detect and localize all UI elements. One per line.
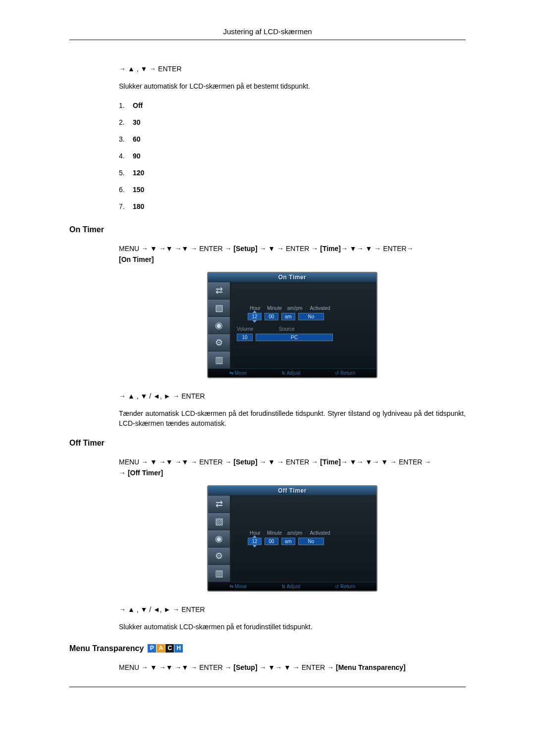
footer-adjust: ⇅ Adjust [281,370,300,376]
item-number: 1. [119,101,133,109]
list-item: 4.90 [119,152,466,160]
setup-icon: ⚙ [208,334,230,352]
osd-footer: ⇆ Move ⇅ Adjust ↺ Return [208,368,376,377]
field-hour[interactable]: 12 [248,538,262,545]
item-number: 6. [119,186,133,194]
off-timer-nav2: → ▲ , ▼ / ◄, ► → ENTER [119,605,466,613]
label-volume: Volume [237,326,267,332]
label-ampm: am/pm [286,530,303,536]
menu-transparency-heading: Menu Transparency P A C H [69,644,183,653]
osd-title: Off Timer [208,486,376,496]
osd-on-timer: On Timer ⇄ ▧ ◉ ⚙ ▥ Hour Minute am/pm [207,272,377,378]
on-timer-path: MENU → ▼ →▼ →▼ → ENTER → [Setup] → ▼ → E… [119,243,466,265]
path-segment: MENU → ▼ →▼ →▼ → ENTER → [119,245,233,252]
sound-icon: ◉ [208,530,230,548]
list-item: 5.120 [119,169,466,177]
footer-move: ⇆ Move [229,370,247,376]
label-minute: Minute [266,530,283,536]
item-number: 3. [119,135,133,143]
field-activated[interactable]: No [298,313,324,320]
input-icon: ⇄ [208,282,230,300]
footer-adjust: ⇅ Adjust [281,584,300,589]
list-item: 2.30 [119,118,466,126]
badge-c: C [165,644,174,653]
path-setup: [Setup] [233,245,257,252]
label-source: Source [279,326,295,332]
list-item: 1.Off [119,101,466,109]
item-number: 5. [119,169,133,177]
menu-transparency-path: MENU → ▼ →▼ →▼ → ENTER → [Setup] → ▼→ ▼ … [119,662,466,673]
input-icon: ⇄ [208,496,230,513]
path-segment: MENU → ▼ →▼ →▼ → ENTER → [119,458,233,466]
page-header: Justering af LCD-skærmen [69,27,466,40]
label-minute: Minute [266,305,283,311]
path-setup: [Setup] [233,458,257,466]
picture-icon: ▧ [208,300,230,317]
list-item: 6.150 [119,186,466,194]
field-ampm[interactable]: am [281,313,295,320]
mode-badges: P A C H [148,644,183,653]
off-timer-description: Slukker automatisk LCD-skærmen på et for… [119,622,466,632]
footer-return: ↺ Return [335,584,355,589]
badge-a: A [157,644,165,653]
item-value: 90 [133,152,141,160]
item-value: 30 [133,118,141,126]
path-setup: [Setup] [233,663,257,671]
path-segment: MENU → ▼ →▼ →▼ → ENTER → [119,663,233,671]
path-menu-transparency: [Menu Transparency] [336,663,406,671]
label-activated: Activated [306,305,334,311]
path-segment: → ▼ → ENTER → [258,245,321,252]
item-number: 4. [119,152,133,160]
field-ampm[interactable]: am [281,538,295,545]
off-timer-path: MENU → ▼ →▼ →▼ → ENTER → [Setup] → ▼ → E… [119,456,466,479]
item-value: 120 [133,169,144,177]
path-time: [Time] [320,458,341,466]
item-value: 180 [133,202,144,210]
multi-icon: ▥ [208,565,230,582]
setup-icon: ⚙ [208,548,230,565]
off-timer-heading: Off Timer [69,439,466,448]
list-item: 3.60 [119,135,466,143]
label-activated: Activated [306,530,334,536]
footer-return: ↺ Return [335,370,355,376]
field-activated[interactable]: No [298,538,324,545]
osd-field-labels: Hour Minute am/pm Activated [248,305,371,311]
osd-footer: ⇆ Move ⇅ Adjust ↺ Return [208,582,376,591]
item-number: 7. [119,202,133,210]
on-timer-heading: On Timer [69,225,466,234]
auto-off-description: Slukker automatisk for LCD-skærmen på et… [119,82,466,92]
path-on-timer: [On Timer] [119,255,154,263]
field-hour[interactable]: 12 [248,313,262,320]
osd-sidebar: ⇄ ▧ ◉ ⚙ ▥ [208,496,231,582]
sound-icon: ◉ [208,317,230,334]
osd-sidebar: ⇄ ▧ ◉ ⚙ ▥ [208,282,231,368]
nav-sequence: → ▲ , ▼ → ENTER [119,65,466,73]
field-source[interactable]: PC [256,334,333,341]
label-ampm: am/pm [286,305,303,311]
path-off-timer: [Off Timer] [128,469,163,477]
options-list: 1.Off 2.30 3.60 4.90 5.120 6.150 7.180 [119,101,466,210]
badge-h: H [174,644,183,653]
path-segment: → ▼→ ▼ → ENTER → [258,663,336,671]
badge-p: P [148,644,156,653]
field-minute[interactable]: 00 [265,313,278,320]
multi-icon: ▥ [208,352,230,368]
field-volume[interactable]: 10 [237,334,253,341]
path-segment: → ▼→ ▼→ ▼ → ENTER → [341,458,431,466]
picture-icon: ▧ [208,513,230,530]
item-value: 150 [133,186,144,194]
osd-field-labels: Hour Minute am/pm Activated [248,530,371,536]
path-time: [Time] [320,245,341,252]
heading-text: Menu Transparency [69,644,144,653]
osd-title: On Timer [208,273,376,282]
on-timer-description: Tænder automatisk LCD-skærmen på det for… [119,409,466,428]
path-segment: → ▼→ ▼ → ENTER→ [341,245,414,252]
field-minute[interactable]: 00 [265,538,278,545]
osd-off-timer: Off Timer ⇄ ▧ ◉ ⚙ ▥ Hour Minute [207,485,377,592]
list-item: 7.180 [119,202,466,210]
path-segment: → ▼ → ENTER → [258,458,321,466]
osd-sub-labels: Volume Source [237,326,371,332]
item-number: 2. [119,118,133,126]
on-timer-nav2: → ▲ , ▼ / ◄, ► → ENTER [119,392,466,400]
item-value: 60 [133,135,141,143]
